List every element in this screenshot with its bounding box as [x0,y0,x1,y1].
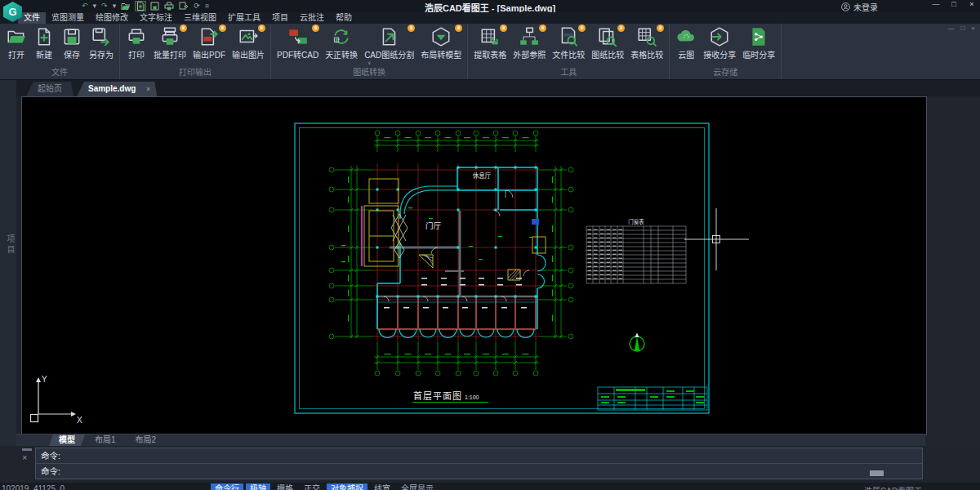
minimize-icon[interactable] [931,0,941,8]
drawing-canvas[interactable]: Y X [21,96,927,435]
toggle-osnap[interactable]: 对象捕捉 [327,483,368,490]
toggle-fullscreen[interactable]: 全屏显示 [397,483,438,490]
redo-caret-icon[interactable] [113,1,117,11]
new-quick-icon[interactable] [136,2,145,11]
ribbon-group-cloud: 云图 接收分享 临时分享 云存储 [670,24,782,79]
side-panel-tab-project[interactable]: 项目 [4,234,16,256]
print-quick-icon[interactable] [164,2,174,11]
undo-icon[interactable] [82,1,88,11]
layout-to-model-button[interactable]: 布局转模型 [417,24,465,60]
save-as-button[interactable]: 另存为 [86,24,117,60]
schedule-title: 门窗表 [628,218,644,225]
customize-quickbar-icon[interactable] [205,1,209,11]
export-image-button[interactable]: 输出图片 [229,24,268,60]
menu-file[interactable]: 文件 [18,12,46,24]
receive-share-button[interactable]: 接收分享 [700,24,739,60]
toggle-grid[interactable]: 栅格 [273,483,297,490]
redo-icon[interactable] [101,1,108,11]
room-label-entrance-hall: 门厅 [425,221,442,230]
yellow-outlines [364,179,546,266]
refresh-icon[interactable] [194,1,200,11]
command-input-line[interactable]: 命令: [36,464,922,479]
ribbon: 打开 新建 保存 另存为 文件 打印 [0,24,980,80]
mdi-restore-icon[interactable] [960,24,964,32]
save-button[interactable]: 保存 [58,24,86,60]
vip-badge-icon [617,24,625,32]
tab-layout1[interactable]: 布局1 [85,434,126,446]
extract-table-button[interactable]: 提取表格 [470,24,510,60]
mdi-close-icon[interactable] [971,24,975,32]
menu-draw-modify[interactable]: 绘图修改 [90,12,134,24]
statusbar-brand: 浩辰CAD看图王 [864,484,922,490]
small-room-labels [384,278,527,309]
menu-3d-view[interactable]: 三维视图 [178,12,222,24]
cursor-coordinates: 102019, 41125, 0 [2,484,65,490]
menu-extended-tools[interactable]: 扩展工具 [222,12,266,24]
titlebar: 浩辰CAD看图王 - [Sample.dwg] 未登录 [0,0,980,12]
menu-project[interactable]: 项目 [266,12,294,24]
menu-view-measure[interactable]: 览图测量 [46,12,90,24]
external-reference-button[interactable]: 外部参照 [510,24,549,60]
toggle-lineweight[interactable]: 线宽 [370,483,394,490]
blue-symbol [532,219,539,225]
open-quick-icon[interactable] [121,2,131,11]
room-partitions [377,296,537,329]
saveas-quick-icon[interactable] [179,2,189,11]
room-label-rest-hall: 休息厅 [473,172,492,180]
toggle-command-line[interactable]: 命令行 [211,483,243,490]
tab-close-icon[interactable] [146,82,150,96]
vip-badge-icon [455,24,462,32]
north-arrow [630,333,644,352]
extract-table-icon [479,26,501,47]
drawing-compare-button[interactable]: 图纸比较 [588,24,627,60]
mdi-minimize-icon[interactable] [947,24,954,32]
ribbon-group-print: 打印 批量打印 输出PDF 输出图片 打印输出 [120,24,271,79]
menubar: 文件 览图测量 绘图修改 文字标注 三维视图 扩展工具 项目 云批注 帮助 [0,12,980,24]
cad-split-button[interactable]: CAD图纸分割 [361,24,417,60]
tab-model[interactable]: 模型 [49,434,85,446]
save-as-icon [91,26,112,47]
layout-to-model-icon [430,26,452,47]
close-icon[interactable] [967,0,977,8]
temp-share-button[interactable]: 临时分享 [739,24,778,60]
command-scrollbar-thumb[interactable] [870,470,884,476]
command-window[interactable]: 命令: 命令: [35,448,923,479]
tab-sample-dwg[interactable]: Sample.dwg [77,82,157,96]
file-compare-button[interactable]: 文件比较 [549,24,588,60]
tab-layout2[interactable]: 布局2 [126,434,167,446]
menu-text-annotate[interactable]: 文字标注 [134,12,178,24]
save-quick-icon[interactable] [150,2,159,11]
command-collapse-handle[interactable] [22,448,32,451]
pdf-to-cad-button[interactable]: PDF转CAD [274,24,322,60]
tianzheng-convert-button[interactable]: 天正转换 [322,24,361,60]
vip-badge-icon [578,24,586,32]
plan-scale: 1:100 [465,394,479,400]
floor-plan-svg[interactable]: 门窗表 休息厅 门厅 首层平面图 1:100 [268,113,761,421]
app-window: { "titlebar": { "title": "浩辰CAD看图王 - [Sa… [0,0,980,490]
file-compare-icon [558,26,579,47]
user-login[interactable]: 未登录 [841,1,878,13]
print-button[interactable]: 打印 [122,24,150,60]
crosshair-cursor [684,208,749,270]
cloud-drawing-button[interactable]: 云图 [672,24,700,60]
undo-caret-icon[interactable] [93,1,97,11]
vip-badge-icon [180,24,187,32]
toggle-polar[interactable]: 极轴 [246,483,270,490]
export-pdf-button[interactable]: 输出PDF [189,24,229,60]
open-button[interactable]: 打开 [2,24,30,60]
table-compare-button[interactable]: 表格比较 [627,24,666,60]
title-block-text [601,389,704,403]
command-close-icon[interactable] [22,452,27,462]
menu-cloud-annotation[interactable]: 云批注 [294,12,330,24]
new-button[interactable]: 新建 [30,24,58,60]
plan-title: 首层平面图 [413,390,462,401]
toggle-ortho[interactable]: 正交 [300,483,324,490]
side-panel-strip: 项目 [0,79,16,483]
status-toggles: 命令行 极轴 栅格 正交 对象捕捉 线宽 全屏显示 [211,483,438,490]
ribbon-group-label-cloud: 云存储 [672,65,778,79]
batch-print-button[interactable]: 批量打印 [150,24,189,60]
maximize-icon[interactable] [949,0,959,8]
document-tabbar: 起始页 Sample.dwg [16,79,980,96]
tab-start-page[interactable]: 起始页 [26,82,74,96]
menu-help[interactable]: 帮助 [330,12,358,24]
